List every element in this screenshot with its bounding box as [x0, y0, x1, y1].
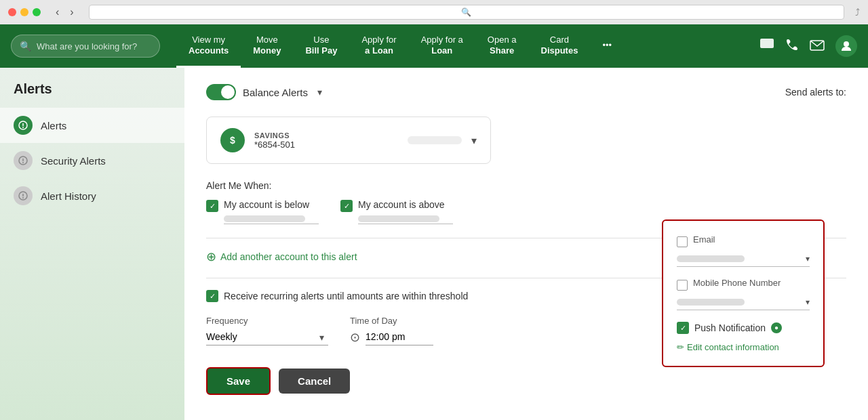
- send-alerts-label: Send alerts to:: [785, 87, 846, 98]
- time-value: 12:00 pm: [366, 329, 433, 345]
- email-row: Email ▾: [677, 234, 810, 267]
- below-checkbox[interactable]: ✓: [206, 200, 218, 212]
- recurring-label: Receive recurring alerts until amounts a…: [224, 291, 468, 301]
- svg-point-11: [22, 197, 24, 198]
- cancel-button[interactable]: Cancel: [279, 369, 350, 394]
- search-icon: 🔍: [20, 41, 31, 51]
- alert-me-section: Alert Me When: ✓ My account is below: [206, 180, 846, 224]
- push-label: Push Notification: [694, 322, 766, 333]
- push-row: ✓ Push Notification ●: [677, 321, 810, 334]
- push-info-icon[interactable]: ●: [771, 322, 782, 333]
- content-area: Balance Alerts ▾ Send alerts to: $ SAVIN…: [206, 84, 846, 395]
- frequency-select[interactable]: Weekly: [206, 329, 328, 345]
- mobile-value-bar: [677, 299, 745, 306]
- address-bar[interactable]: 🔍: [89, 5, 844, 20]
- search-input[interactable]: [37, 41, 151, 51]
- chat-button[interactable]: [760, 38, 774, 55]
- traffic-lights: [8, 8, 41, 16]
- nav-link-apply-loan2[interactable]: Apply for a Loan: [409, 24, 475, 68]
- email-value-bar: [677, 255, 745, 262]
- time-input: ⊙ 12:00 pm: [350, 329, 433, 345]
- maximize-button[interactable]: [33, 8, 41, 16]
- account-number: *6854-501: [254, 140, 398, 150]
- above-value-bar: [358, 215, 439, 222]
- main-content: Balance Alerts ▾ Send alerts to: $ SAVIN…: [184, 68, 868, 420]
- title-bar: ‹ › 🔍 ⤴: [0, 0, 868, 24]
- mobile-row: Mobile Phone Number ▾: [677, 278, 810, 310]
- sidebar-item-security-label: Security Alerts: [41, 155, 106, 167]
- sidebar-item-alerts[interactable]: Alerts: [0, 108, 184, 143]
- mail-button[interactable]: [810, 39, 825, 54]
- add-account-label: Add another account to this alert: [220, 251, 357, 262]
- back-button[interactable]: ‹: [52, 5, 63, 20]
- account-amount-bar: [408, 136, 462, 144]
- nav-link-apply-loan[interactable]: Apply for a Loan: [349, 24, 408, 68]
- forward-button[interactable]: ›: [66, 5, 77, 20]
- mobile-label: Mobile Phone Number: [693, 278, 781, 288]
- time-group: Time of Day ⊙ 12:00 pm: [350, 316, 433, 345]
- condition-below: ✓ My account is below: [206, 199, 319, 224]
- address-search-icon: 🔍: [461, 7, 471, 17]
- nav-link-bill-pay[interactable]: Use Bill Pay: [293, 24, 349, 68]
- recurring-checkbox[interactable]: ✓: [206, 290, 218, 302]
- svg-point-2: [844, 41, 849, 47]
- frequency-select-wrapper: Weekly: [206, 329, 328, 345]
- edit-contact-link[interactable]: ✏ Edit contact information: [677, 342, 810, 352]
- mobile-chevron-icon: ▾: [806, 297, 810, 307]
- nav-link-more[interactable]: •••: [590, 24, 624, 68]
- balance-alerts-dropdown[interactable]: ▾: [317, 87, 322, 98]
- account-chevron-icon[interactable]: ▾: [471, 134, 477, 147]
- nav-links: View my Accounts Move Money Use Bill Pay…: [176, 24, 760, 68]
- frequency-group: Frequency Weekly: [206, 316, 328, 345]
- alert-me-label: Alert Me When:: [206, 180, 846, 191]
- sidebar: Alerts Alerts Security Alerts: [0, 68, 184, 420]
- nav-link-open-share[interactable]: Open a Share: [475, 24, 529, 68]
- nav-link-card-disputes[interactable]: Card Disputes: [529, 24, 591, 68]
- email-chevron-icon: ▾: [806, 254, 810, 264]
- frequency-label: Frequency: [206, 316, 328, 326]
- account-icon: $: [220, 128, 245, 152]
- nav-link-view-accounts[interactable]: View my Accounts: [176, 24, 241, 68]
- edit-pencil-icon: ✏: [677, 342, 684, 352]
- clock-icon: ⊙: [350, 330, 360, 345]
- below-value-bar: [224, 215, 305, 222]
- account-and-panel-row: $ SAVINGS *6854-501 ▾ Alert Me When:: [206, 117, 846, 395]
- search-box[interactable]: 🔍: [11, 35, 160, 58]
- share-button[interactable]: ⤴: [855, 7, 860, 18]
- account-card: $ SAVINGS *6854-501 ▾: [206, 117, 491, 164]
- sidebar-item-alerts-label: Alerts: [41, 120, 66, 131]
- close-button[interactable]: [8, 8, 16, 16]
- phone-button[interactable]: [785, 38, 799, 55]
- sidebar-item-history-label: Alert History: [41, 190, 96, 202]
- browser-nav: ‹ ›: [52, 5, 78, 20]
- user-avatar[interactable]: [835, 35, 857, 57]
- add-account-icon: ⊕: [206, 249, 216, 264]
- time-label: Time of Day: [350, 316, 433, 326]
- mobile-dropdown[interactable]: ▾: [677, 295, 810, 310]
- nav-link-move-money[interactable]: Move Money: [241, 24, 293, 68]
- email-dropdown[interactable]: ▾: [677, 251, 810, 267]
- mobile-checkbox[interactable]: [677, 280, 688, 291]
- account-info: SAVINGS *6854-501: [254, 131, 398, 150]
- security-alerts-icon: [14, 151, 33, 170]
- svg-point-8: [22, 162, 24, 163]
- above-checkbox[interactable]: ✓: [340, 200, 353, 212]
- push-checkbox[interactable]: ✓: [677, 322, 689, 334]
- minimize-button[interactable]: [20, 8, 28, 16]
- account-type: SAVINGS: [254, 131, 398, 140]
- mobile-checkbox-row: Mobile Phone Number: [677, 278, 810, 292]
- above-label: My account is above: [358, 199, 453, 210]
- save-button[interactable]: Save: [206, 367, 271, 395]
- svg-rect-0: [760, 39, 774, 48]
- top-controls: Balance Alerts ▾ Send alerts to:: [206, 84, 846, 100]
- balance-alerts-toggle[interactable]: [206, 84, 236, 100]
- email-label: Email: [693, 234, 715, 245]
- svg-point-5: [22, 127, 24, 128]
- sidebar-item-security-alerts[interactable]: Security Alerts: [0, 143, 184, 178]
- email-checkbox-row: Email: [677, 234, 810, 249]
- email-checkbox[interactable]: [677, 236, 688, 247]
- edit-contact-label: Edit contact information: [687, 342, 779, 352]
- sidebar-item-alert-history[interactable]: Alert History: [0, 178, 184, 213]
- balance-alerts-label: Balance Alerts: [243, 87, 308, 98]
- nav-icons: [760, 35, 857, 57]
